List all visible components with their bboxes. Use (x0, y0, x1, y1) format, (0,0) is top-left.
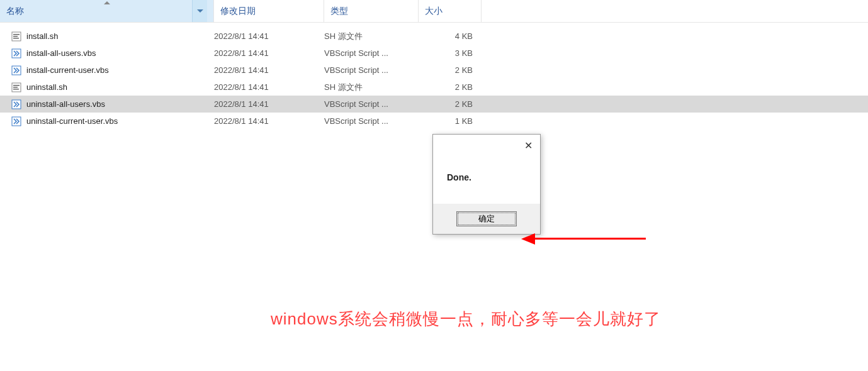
message-dialog: ✕ Done. 确定 (432, 134, 541, 235)
arrow-head-icon (521, 233, 535, 245)
annotation-arrow (521, 235, 647, 243)
file-size-cell: 2 KB (419, 82, 482, 92)
sh-file-icon (10, 31, 23, 42)
annotation-caption: windows系统会稍微慢一点，耐心多等一会儿就好了 (271, 308, 661, 330)
file-row[interactable]: uninstall-current-user.vbs2022/8/1 14:41… (0, 113, 868, 130)
file-name-cell: install-current-user.vbs (26, 65, 214, 75)
sort-ascending-icon (104, 1, 110, 4)
file-name-cell: uninstall-all-users.vbs (26, 99, 214, 109)
file-name-cell: install-all-users.vbs (26, 48, 214, 58)
file-size-cell: 2 KB (419, 99, 482, 109)
file-name-cell: install.sh (26, 31, 214, 41)
column-filter-button[interactable] (192, 0, 207, 22)
vbs-file-icon (10, 48, 23, 58)
file-row[interactable]: install-all-users.vbs2022/8/1 14:41VBScr… (0, 45, 868, 62)
file-row[interactable]: uninstall-all-users.vbs2022/8/1 14:41VBS… (0, 96, 868, 113)
dialog-message: Done. (433, 156, 540, 204)
column-header-modified[interactable]: 修改日期 (214, 0, 324, 22)
file-modified-cell: 2022/8/1 14:41 (214, 31, 324, 41)
column-header-name[interactable]: 名称 (0, 0, 214, 22)
file-name-cell: uninstall.sh (26, 82, 214, 92)
dialog-ok-button[interactable]: 确定 (456, 211, 517, 226)
svg-rect-3 (13, 38, 19, 39)
file-modified-cell: 2022/8/1 14:41 (214, 48, 324, 58)
chevron-down-icon (197, 9, 203, 13)
svg-rect-1 (13, 34, 20, 35)
file-explorer-list: 名称 修改日期 类型 大小 install.sh2022/8/1 14:41SH… (0, 0, 868, 130)
svg-rect-8 (13, 87, 18, 88)
file-modified-cell: 2022/8/1 14:41 (214, 99, 324, 109)
arrow-line-icon (533, 238, 646, 240)
dialog-close-button[interactable]: ✕ (516, 135, 540, 156)
file-type-cell: VBScript Script ... (324, 48, 419, 58)
column-header-row: 名称 修改日期 类型 大小 (0, 0, 868, 23)
close-icon: ✕ (524, 140, 533, 152)
file-type-cell: SH 源文件 (324, 31, 419, 42)
file-size-cell: 2 KB (419, 65, 482, 75)
column-header-name-label: 名称 (6, 6, 24, 17)
file-modified-cell: 2022/8/1 14:41 (214, 82, 324, 92)
file-type-cell: VBScript Script ... (324, 99, 419, 109)
file-size-cell: 3 KB (419, 48, 482, 58)
file-size-cell: 4 KB (419, 31, 482, 41)
dialog-ok-label: 确定 (478, 213, 495, 224)
file-row[interactable]: install-current-user.vbs2022/8/1 14:41VB… (0, 62, 868, 79)
file-type-cell: VBScript Script ... (324, 116, 419, 126)
dialog-titlebar: ✕ (433, 135, 540, 156)
file-row[interactable]: install.sh2022/8/1 14:41SH 源文件4 KB (0, 28, 868, 45)
file-name-cell: uninstall-current-user.vbs (26, 116, 214, 126)
file-type-cell: SH 源文件 (324, 82, 419, 93)
file-modified-cell: 2022/8/1 14:41 (214, 65, 324, 75)
column-header-type[interactable]: 类型 (324, 0, 419, 22)
svg-rect-9 (13, 89, 19, 90)
svg-rect-2 (13, 36, 18, 37)
file-size-cell: 1 KB (419, 116, 482, 126)
file-modified-cell: 2022/8/1 14:41 (214, 116, 324, 126)
vbs-file-icon (10, 65, 23, 75)
file-row[interactable]: uninstall.sh2022/8/1 14:41SH 源文件2 KB (0, 79, 868, 96)
vbs-file-icon (10, 99, 23, 109)
file-rows-container: install.sh2022/8/1 14:41SH 源文件4 KBinstal… (0, 23, 868, 130)
column-header-modified-label: 修改日期 (220, 6, 256, 17)
column-header-size-label: 大小 (425, 6, 442, 17)
vbs-file-icon (10, 116, 23, 126)
sh-file-icon (10, 82, 23, 92)
column-header-type-label: 类型 (330, 6, 348, 17)
svg-rect-7 (13, 85, 20, 86)
column-header-size[interactable]: 大小 (419, 0, 482, 22)
file-type-cell: VBScript Script ... (324, 65, 419, 75)
dialog-footer: 确定 (433, 204, 540, 234)
